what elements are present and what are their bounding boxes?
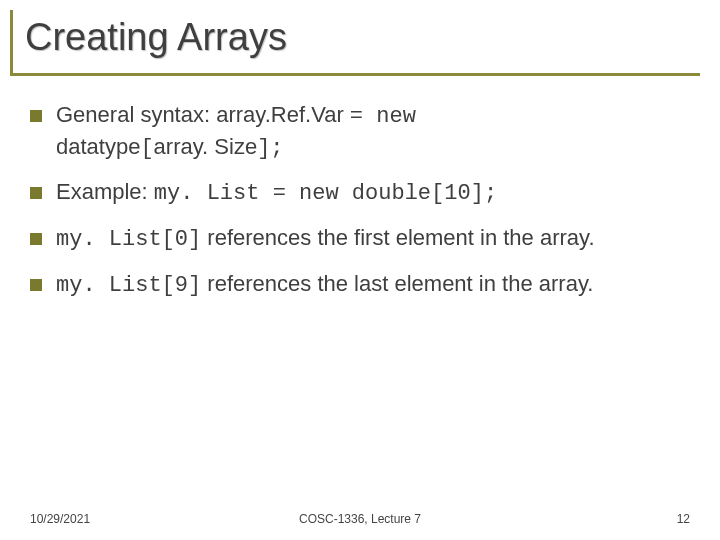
bullet-text: my. List[9] references the last element … <box>56 269 690 301</box>
code-run: my. List[9] <box>56 273 201 298</box>
title-area: Creating Arrays <box>10 10 700 76</box>
code-run: my. List[0] <box>56 227 201 252</box>
code-run: [ <box>140 136 153 161</box>
text-run: references the last element in the array… <box>201 271 593 296</box>
bullet-icon <box>30 279 42 291</box>
text-run: references the first element in the arra… <box>201 225 594 250</box>
footer-center: COSC-1336, Lecture 7 <box>0 512 720 526</box>
bullet-text: Example: my. List = new double[10]; <box>56 177 690 209</box>
text-run: General syntax: array.Ref.Var <box>56 102 350 127</box>
bullet-icon <box>30 187 42 199</box>
bullet-icon <box>30 110 42 122</box>
bullet-item: General syntax: array.Ref.Var = new data… <box>30 100 690 163</box>
bullet-text: General syntax: array.Ref.Var = new data… <box>56 100 690 163</box>
slide: Creating Arrays General syntax: array.Re… <box>0 0 720 540</box>
bullet-text: my. List[0] references the first element… <box>56 223 690 255</box>
code-run: ]; <box>257 136 283 161</box>
slide-body: General syntax: array.Ref.Var = new data… <box>30 100 690 314</box>
bullet-item: my. List[0] references the first element… <box>30 223 690 255</box>
bullet-item: my. List[9] references the last element … <box>30 269 690 301</box>
bullet-icon <box>30 233 42 245</box>
code-run: my. List = new double[10]; <box>154 181 497 206</box>
code-run: = new <box>350 104 416 129</box>
slide-footer: 10/29/2021 COSC-1336, Lecture 7 12 <box>0 512 720 526</box>
text-run: Example: <box>56 179 154 204</box>
bullet-item: Example: my. List = new double[10]; <box>30 177 690 209</box>
slide-title: Creating Arrays <box>25 16 700 59</box>
text-run: datatype <box>56 134 140 159</box>
text-run: array. Size <box>154 134 258 159</box>
title-rule: Creating Arrays <box>10 10 700 76</box>
